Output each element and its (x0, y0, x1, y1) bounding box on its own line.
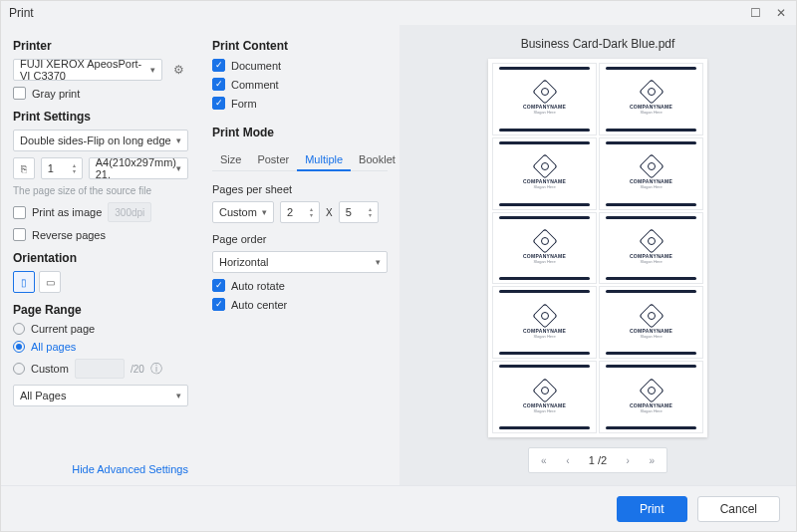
document-checkbox[interactable]: Document (212, 59, 388, 72)
checkbox-icon (13, 228, 26, 241)
pager-first-icon[interactable]: « (533, 451, 555, 469)
tab-poster[interactable]: Poster (249, 149, 297, 170)
window-title: Print (9, 6, 34, 20)
left-panel: Printer FUJI XEROX ApeosPort-VI C3370 ▾ … (1, 25, 200, 485)
tab-size[interactable]: Size (212, 149, 249, 170)
pps-rows-input[interactable]: 5▴▾ (339, 201, 379, 223)
preview-panel: Business Card-Dark Blue.pdf COMPANYNAMES… (399, 25, 796, 485)
printer-heading: Printer (13, 39, 188, 53)
collate-icon[interactable]: ⎘ (13, 157, 35, 179)
preview-card: COMPANYNAMESlogan Here (492, 361, 597, 433)
preview-card: COMPANYNAMESlogan Here (599, 286, 703, 359)
printer-select[interactable]: FUJI XEROX ApeosPort-VI C3370 ▾ (13, 59, 162, 81)
preview-pager: « ‹ 1 /2 › » (528, 447, 667, 473)
orientation-heading: Orientation (13, 251, 188, 265)
dialog-footer: Print Cancel (1, 485, 796, 531)
tab-multiple[interactable]: Multiple (297, 149, 351, 171)
tab-booklet[interactable]: Booklet (351, 149, 399, 170)
auto-center-checkbox[interactable]: Auto center (212, 298, 388, 311)
preview-sheet: COMPANYNAMESlogan Here COMPANYNAMESlogan… (488, 59, 707, 437)
chevron-down-icon: ▾ (176, 135, 181, 145)
orientation-portrait[interactable]: ▯ (13, 271, 35, 293)
form-checkbox[interactable]: Form (212, 97, 388, 110)
preview-card: COMPANYNAMESlogan Here (599, 212, 703, 285)
pager-last-icon[interactable]: » (641, 451, 663, 469)
pps-label: Pages per sheet (212, 183, 388, 195)
all-pages-radio[interactable]: All pages (13, 341, 188, 353)
pager-next-icon[interactable]: › (617, 451, 639, 469)
current-page-radio[interactable]: Current page (13, 323, 188, 335)
chevron-down-icon: ▾ (150, 65, 155, 75)
order-label: Page order (212, 233, 388, 245)
printer-settings-icon[interactable]: ⚙ (168, 59, 188, 81)
custom-range-radio[interactable]: Custom (13, 363, 69, 375)
copies-input[interactable]: 1 ▴▾ (41, 157, 83, 179)
auto-rotate-checkbox[interactable]: Auto rotate (212, 279, 388, 292)
titlebar: Print ☐ ✕ (1, 1, 796, 25)
maximize-icon[interactable]: ☐ (748, 6, 762, 20)
mode-tabs: Size Poster Multiple Booklet (212, 149, 388, 171)
print-as-image-checkbox[interactable]: Print as image (13, 206, 102, 219)
dpi-input: 300dpi (108, 202, 151, 222)
orientation-landscape[interactable]: ▭ (39, 271, 61, 293)
print-mode-heading: Print Mode (212, 126, 388, 139)
gray-print-checkbox[interactable]: Gray print (13, 87, 188, 100)
preview-card: COMPANYNAMESlogan Here (599, 137, 703, 210)
info-icon: ⓘ (150, 361, 162, 378)
print-dialog: Print ☐ ✕ Printer FUJI XEROX ApeosPort-V… (0, 0, 797, 532)
paper-size-select[interactable]: A4(210x297mm) 21. ▾ (89, 157, 188, 179)
radio-icon (13, 323, 25, 335)
print-settings-heading: Print Settings (13, 110, 188, 124)
middle-panel: Print Content Document Comment Form Prin… (200, 25, 399, 485)
custom-range-input[interactable] (75, 359, 125, 379)
print-button[interactable]: Print (617, 496, 687, 522)
window-controls: ☐ ✕ (748, 6, 788, 20)
preview-filename: Business Card-Dark Blue.pdf (521, 37, 675, 51)
pps-cols-input[interactable]: 2▴▾ (280, 201, 320, 223)
pps-mode-select[interactable]: Custom▾ (212, 201, 274, 223)
reverse-pages-checkbox[interactable]: Reverse pages (13, 228, 188, 241)
preview-card: COMPANYNAMESlogan Here (599, 361, 703, 433)
printer-selected: FUJI XEROX ApeosPort-VI C3370 (20, 58, 150, 82)
radio-icon (13, 363, 25, 375)
page-order-select[interactable]: Horizontal▾ (212, 251, 388, 273)
pager-text: 1 /2 (581, 454, 615, 466)
checkbox-icon (13, 206, 26, 219)
hide-advanced-link[interactable]: Hide Advanced Settings (13, 463, 188, 475)
preview-card: COMPANYNAMESlogan Here (492, 63, 597, 135)
preview-card: COMPANYNAMESlogan Here (492, 137, 597, 210)
preview-card: COMPANYNAMESlogan Here (599, 63, 703, 135)
comment-checkbox[interactable]: Comment (212, 78, 388, 91)
duplex-select[interactable]: Double sides-Flip on long edge ▾ (13, 130, 188, 151)
radio-icon (13, 341, 25, 353)
page-range-heading: Page Range (13, 303, 188, 317)
print-content-heading: Print Content (212, 39, 388, 53)
chevron-down-icon: ▾ (176, 163, 181, 173)
cancel-button[interactable]: Cancel (697, 496, 780, 522)
page-filter-select[interactable]: All Pages ▾ (13, 385, 188, 406)
chevron-down-icon: ▾ (176, 391, 181, 400)
pager-prev-icon[interactable]: ‹ (557, 451, 579, 469)
preview-card: COMPANYNAMESlogan Here (492, 286, 597, 359)
checkbox-icon (13, 87, 26, 100)
paper-note: The page size of the source file (13, 185, 188, 196)
preview-card: COMPANYNAMESlogan Here (492, 212, 597, 285)
close-icon[interactable]: ✕ (774, 6, 788, 20)
